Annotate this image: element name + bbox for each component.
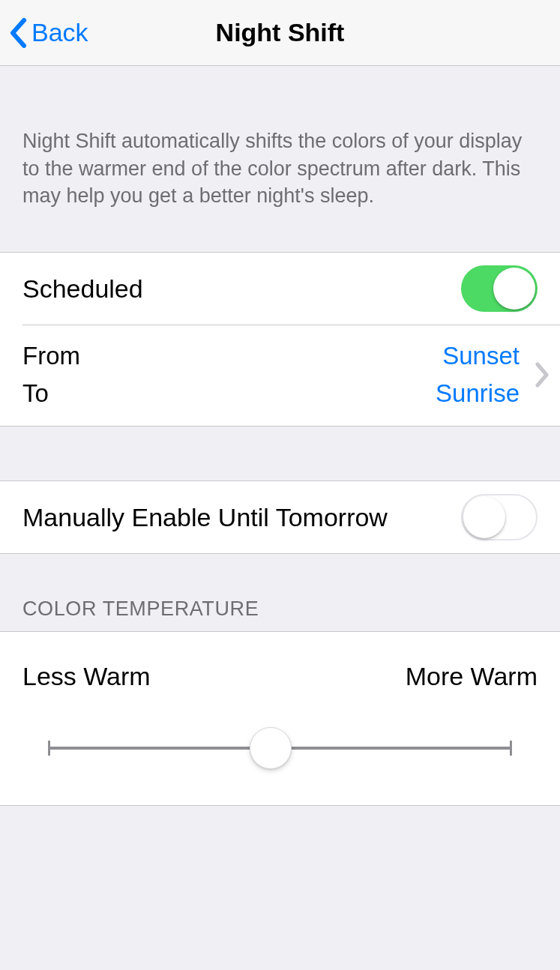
- scheduled-row: Scheduled: [0, 253, 560, 325]
- schedule-from-to-labels: From To: [22, 342, 80, 408]
- scheduled-toggle[interactable]: [461, 265, 538, 312]
- temperature-slider[interactable]: [22, 727, 538, 769]
- description-text: Night Shift automatically shifts the col…: [0, 66, 560, 252]
- to-value: Sunrise: [436, 379, 520, 408]
- back-label: Back: [31, 18, 88, 47]
- chevron-left-icon: [9, 18, 27, 48]
- from-value: Sunset: [442, 342, 520, 370]
- manual-enable-row: Manually Enable Until Tomorrow: [0, 481, 560, 553]
- more-warm-label: More Warm: [406, 662, 538, 691]
- to-label: To: [22, 379, 80, 408]
- manual-enable-group: Manually Enable Until Tomorrow: [0, 481, 560, 554]
- color-temperature-header: COLOR TEMPERATURE: [0, 554, 560, 631]
- manual-enable-toggle[interactable]: [461, 494, 538, 540]
- temperature-labels: Less Warm More Warm: [22, 662, 538, 691]
- toggle-knob: [493, 268, 535, 310]
- slider-end-left: [48, 741, 50, 756]
- manual-enable-label: Manually Enable Until Tomorrow: [22, 503, 388, 532]
- scheduled-group: Scheduled From To Sunset Sunrise: [0, 252, 560, 427]
- back-button[interactable]: Back: [0, 18, 88, 48]
- from-label: From: [22, 342, 80, 370]
- slider-thumb[interactable]: [250, 727, 292, 769]
- schedule-time-row[interactable]: From To Sunset Sunrise: [0, 325, 560, 426]
- nav-bar: Back Night Shift: [0, 0, 560, 66]
- color-temperature-group: Less Warm More Warm: [0, 631, 560, 806]
- schedule-values: Sunset Sunrise: [436, 342, 520, 408]
- chevron-right-icon: [535, 362, 550, 388]
- scheduled-label: Scheduled: [22, 274, 143, 304]
- less-warm-label: Less Warm: [22, 662, 151, 691]
- toggle-knob: [463, 496, 505, 538]
- slider-end-right: [510, 741, 512, 756]
